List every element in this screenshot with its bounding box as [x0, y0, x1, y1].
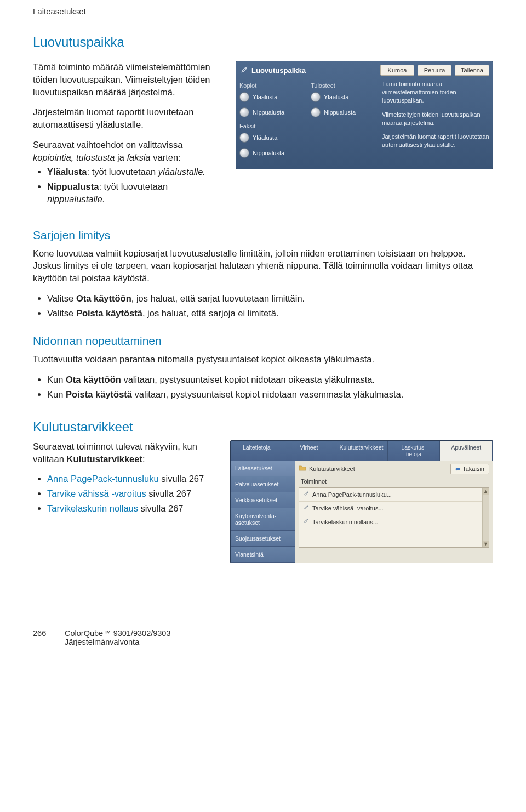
list-item: Valitse Poista käytöstä, jos haluat, ett…: [47, 307, 493, 320]
list-item: Yläalusta: työt luovutetaan yläalustalle…: [47, 166, 226, 178]
sidebar-item-suojausasetukset[interactable]: Suojausasetukset: [231, 531, 295, 547]
tab-virheet[interactable]: Virheet: [283, 441, 336, 461]
tab-laskutustietoja[interactable]: Laskutus- tietoja: [388, 441, 441, 461]
list-item: Tarvike vähissä -varoitus sivulla 267: [47, 487, 219, 500]
save-button[interactable]: Tallenna: [455, 65, 489, 76]
para-s4-intro: Seuraavat toiminnot tulevat näkyviin, ku…: [33, 440, 219, 465]
screenshot-luovutuspaikka-panel: Luovutuspaikka Kumoa Peruuta Tallenna Ko…: [236, 61, 493, 169]
list-item[interactable]: Tarvike vähissä -varoitus...: [299, 502, 489, 515]
scrollbar[interactable]: ▲ ▼: [482, 488, 489, 547]
sidebar-item-kaytonvalvonta[interactable]: Käytönvalvonta-asetukset: [231, 508, 295, 531]
sidebar-item-verkkoasetukset[interactable]: Verkkoasetukset: [231, 492, 295, 508]
arrow-left-icon: ⇐: [455, 465, 460, 473]
col-label-faksit: Faksit: [239, 123, 305, 129]
tools-icon: [239, 66, 248, 75]
footer-product: ColorQube™ 9301/9302/9303: [65, 629, 170, 638]
panel-info-text: Tämä toiminto määrää viimeistelemättömie…: [382, 80, 489, 163]
list-s3: Kun Ota käyttöön valitaan, pystysuuntais…: [33, 373, 493, 401]
para-s1-2: Järjestelmän luomat raportit luovutetaan…: [33, 106, 226, 131]
list-item[interactable]: Anna PagePack-tunnusluku...: [299, 488, 489, 502]
back-button[interactable]: ⇐ Takaisin: [450, 464, 489, 474]
radio-option[interactable]: Nippualusta: [239, 107, 305, 117]
screenshot-apuvalineet-panel: Laitetietoja Virheet Kulutustarvikkeet L…: [230, 440, 493, 563]
radio-icon: [311, 92, 321, 102]
radio-icon: [311, 107, 321, 117]
link-anna-pagepack[interactable]: Anna PagePack-tunnusluku: [47, 474, 159, 484]
list-item: Kun Poista käytöstä valitaan, pystysuunt…: [47, 388, 493, 401]
wrench-icon: [302, 518, 309, 526]
radio-icon: [239, 92, 249, 102]
undo-button[interactable]: Kumoa: [380, 65, 414, 76]
list-header: Toiminnot: [299, 476, 489, 487]
list-item[interactable]: Tarvikelaskurin nollaus...: [299, 515, 489, 529]
radio-option[interactable]: Nippualusta: [311, 107, 376, 117]
sidebar-item-palveluasetukset[interactable]: Palveluasetukset: [231, 476, 295, 492]
panel-title: Luovutuspaikka: [251, 66, 377, 75]
heading-sarjojen-limitys: Sarjojen limitys: [33, 229, 493, 242]
page-header: Laiteasetukset: [0, 0, 526, 16]
folder-icon: [299, 465, 306, 473]
list-item: Anna PagePack-tunnusluku sivulla 267: [47, 473, 219, 485]
link-tarvike-vahissa[interactable]: Tarvike vähissä -varoitus: [47, 489, 146, 498]
list-item: Kun Ota käyttöön valitaan, pystysuuntais…: [47, 373, 493, 386]
page-number: 266: [33, 629, 55, 646]
sidebar-item-laiteasetukset[interactable]: Laiteasetukset: [231, 461, 295, 476]
sidebar-item-vianetsinta[interactable]: Vianetsintä: [231, 547, 295, 563]
list-s4-links: Anna PagePack-tunnusluku sivulla 267 Tar…: [33, 473, 219, 514]
tab-kulutustarvikkeet[interactable]: Kulutustarvikkeet: [335, 441, 388, 461]
para-s3-1: Tuottavuutta voidaan parantaa nitomalla …: [33, 353, 493, 366]
list-item: Tarvikelaskurin nollaus sivulla 267: [47, 502, 219, 515]
list-item: Valitse Ota käyttöön, jos haluat, että s…: [47, 292, 493, 305]
radio-option[interactable]: Nippualusta: [239, 148, 305, 158]
para-s1-options-intro: Seuraavat vaihtoehdot on valittavissa ko…: [33, 139, 226, 164]
radio-icon: [239, 107, 249, 117]
para-s2-1: Kone luovuttaa valmiit kopiosarjat luovu…: [33, 247, 493, 285]
breadcrumb-folder: Kulutustarvikkeet: [299, 465, 355, 473]
tab-laitetietoja[interactable]: Laitetietoja: [231, 441, 283, 461]
wrench-icon: [302, 504, 309, 512]
page-footer: 266 ColorQube™ 9301/9302/9303 Järjestelm…: [0, 580, 526, 657]
radio-option[interactable]: Yläalusta: [239, 92, 305, 102]
col-label-tulosteet: Tulosteet: [311, 82, 376, 89]
scroll-down-icon[interactable]: ▼: [483, 541, 489, 547]
heading-luovutuspaikka: Luovutuspaikka: [33, 35, 493, 50]
footer-sub: Järjestelmänvalvonta: [65, 638, 170, 646]
tab-apuvalineet[interactable]: Apuvälineet: [440, 441, 493, 461]
radio-icon: [239, 148, 249, 158]
tab-bar: Laitetietoja Virheet Kulutustarvikkeet L…: [231, 441, 493, 461]
radio-icon: [239, 133, 249, 143]
scroll-up-icon[interactable]: ▲: [483, 488, 489, 495]
list-item: Nippualusta: työt luovutetaan nippualust…: [47, 180, 226, 206]
list-box: Anna PagePack-tunnusluku... Tarvike vähi…: [299, 487, 489, 548]
heading-nidonnan-nopeuttaminen: Nidonnan nopeuttaminen: [33, 334, 493, 348]
radio-option[interactable]: Yläalusta: [311, 92, 376, 102]
col-label-kopiot: Kopiot: [239, 82, 305, 89]
wrench-icon: [302, 491, 309, 498]
radio-option[interactable]: Yläalusta: [239, 133, 305, 143]
heading-kulutustarvikkeet: Kulutustarvikkeet: [33, 419, 493, 435]
link-tarvikelaskurin-nollaus[interactable]: Tarvikelaskurin nollaus: [47, 503, 138, 513]
para-s1-1: Tämä toiminto määrää viimeistelemättömie…: [33, 61, 226, 98]
list-s2: Valitse Ota käyttöön, jos haluat, että s…: [33, 292, 493, 320]
sidebar: Laiteasetukset Palveluasetukset Verkkoas…: [231, 461, 295, 563]
list-s1-options: Yläalusta: työt luovutetaan yläalustalle…: [33, 166, 226, 205]
cancel-button[interactable]: Peruuta: [418, 65, 451, 76]
